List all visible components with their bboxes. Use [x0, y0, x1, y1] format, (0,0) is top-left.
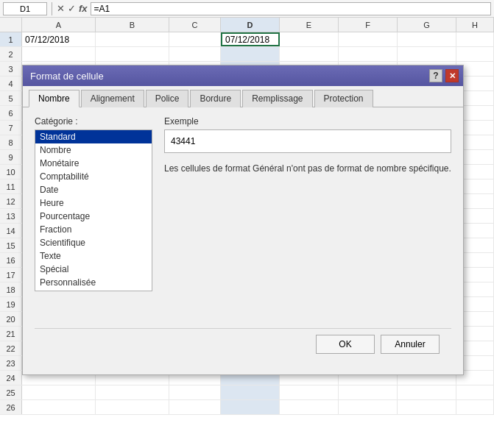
tab-nombre[interactable]: Nombre — [29, 90, 80, 107]
dialog-tabs: Nombre Alignement Police Bordure Remplis… — [23, 86, 463, 107]
dialog-overlay: Format de cellule ? ✕ Nombre Alignement … — [0, 0, 494, 448]
category-item-personnalisee[interactable]: Personnalisée — [35, 276, 152, 289]
category-item-special[interactable]: Spécial — [35, 263, 152, 276]
ok-button[interactable]: OK — [316, 335, 375, 354]
close-button[interactable]: ✕ — [445, 69, 459, 82]
category-item-nombre[interactable]: Nombre — [35, 143, 152, 157]
category-section: Catégorie : Standard Nombre Monétaire Co… — [35, 116, 152, 322]
help-button[interactable]: ? — [429, 69, 442, 82]
category-label: Catégorie : — [35, 116, 152, 127]
category-listbox[interactable]: Standard Nombre Monétaire Comptabilité D… — [35, 129, 152, 291]
category-item-date[interactable]: Date — [35, 183, 152, 196]
tab-remplissage[interactable]: Remplissage — [242, 90, 312, 107]
cancel-button[interactable]: Annuler — [381, 335, 440, 354]
category-item-fraction[interactable]: Fraction — [35, 223, 152, 236]
category-item-scientifique[interactable]: Scientifique — [35, 236, 152, 249]
category-item-texte[interactable]: Texte — [35, 249, 152, 263]
example-value-box: 43441 — [164, 129, 451, 153]
tab-protection[interactable]: Protection — [314, 90, 373, 107]
description-text: Les cellules de format Général n'ont pas… — [164, 162, 451, 175]
dialog-titlebar: Format de cellule ? ✕ — [23, 65, 463, 86]
category-item-heure[interactable]: Heure — [35, 196, 152, 210]
dialog-title: Format de cellule — [30, 71, 104, 82]
example-label: Exemple — [164, 116, 451, 127]
dialog-content: Catégorie : Standard Nombre Monétaire Co… — [35, 116, 451, 322]
dialog-controls: ? ✕ — [429, 69, 459, 82]
tab-police[interactable]: Police — [146, 90, 189, 107]
category-item-monetaire[interactable]: Monétaire — [35, 157, 152, 170]
category-item-pourcentage[interactable]: Pourcentage — [35, 210, 152, 223]
dialog-body: Catégorie : Standard Nombre Monétaire Co… — [23, 107, 463, 374]
category-item-comptabilite[interactable]: Comptabilité — [35, 170, 152, 183]
right-panel: Exemple 43441 Les cellules de format Gén… — [164, 116, 451, 322]
format-cell-dialog: Format de cellule ? ✕ Nombre Alignement … — [22, 65, 464, 375]
tab-alignement[interactable]: Alignement — [81, 90, 144, 107]
tab-bordure[interactable]: Bordure — [190, 90, 241, 107]
dialog-footer: OK Annuler — [35, 328, 451, 363]
category-item-standard[interactable]: Standard — [35, 130, 152, 143]
example-value: 43441 — [171, 136, 195, 146]
